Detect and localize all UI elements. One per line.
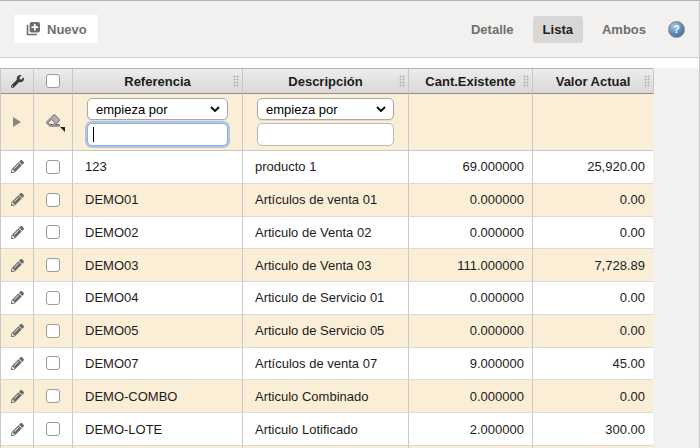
select-all-header [34, 69, 73, 94]
row-quantity: 0.000000 [409, 282, 533, 315]
row-quantity: 0.000000 [409, 217, 533, 250]
help-question-icon[interactable]: ? [668, 21, 685, 38]
pencil-icon[interactable] [11, 390, 24, 403]
referencia-filter-cell: empieza por [73, 94, 243, 151]
row-description: Artículos de venta 07 [243, 348, 409, 381]
row-quantity: 0.000000 [409, 184, 533, 217]
pencil-icon[interactable] [11, 193, 24, 206]
descripcion-filter-input[interactable] [257, 123, 394, 146]
pencil-icon[interactable] [11, 423, 24, 436]
table-row[interactable]: DEMO02 Articulo de Venta 02 0.000000 0.0… [1, 217, 653, 250]
column-header-descripcion[interactable]: Descripción [243, 69, 409, 94]
view-tab-lista[interactable]: Lista [533, 16, 583, 43]
row-reference: DEMO05 [73, 315, 243, 348]
row-checkbox-cell [34, 413, 73, 446]
row-checkbox-cell [34, 380, 73, 413]
view-tab-ambos[interactable]: Ambos [602, 22, 646, 37]
row-checkbox[interactable] [46, 193, 60, 207]
edit-row-cell [1, 348, 34, 381]
referencia-filter-input[interactable] [87, 123, 228, 146]
row-checkbox[interactable] [46, 225, 60, 239]
pencil-icon[interactable] [11, 160, 24, 173]
row-description: Articulo de Venta 02 [243, 217, 409, 250]
pencil-icon[interactable] [11, 259, 24, 272]
row-quantity: 2.000000 [409, 413, 533, 446]
row-description: Articulo Lotificado [243, 413, 409, 446]
row-checkbox[interactable] [46, 389, 60, 403]
row-checkbox[interactable] [46, 258, 60, 272]
eraser-icon[interactable] [45, 114, 61, 130]
chevron-down-icon [376, 106, 386, 112]
edit-row-cell [1, 249, 34, 282]
grip-dots-icon[interactable] [523, 75, 529, 87]
grip-dots-icon[interactable] [233, 75, 239, 87]
chevron-down-icon [210, 106, 220, 112]
row-value: 0.00 [533, 184, 654, 217]
eraser-menu-arrow-icon [60, 127, 65, 132]
row-description: Articulo de Servicio 05 [243, 315, 409, 348]
pencil-icon[interactable] [11, 324, 24, 337]
play-triangle-icon[interactable] [13, 117, 21, 127]
edit-row-cell [1, 151, 34, 184]
row-checkbox-cell [34, 217, 73, 250]
pencil-icon[interactable] [11, 226, 24, 239]
table-row[interactable]: DEMO-COMBO Articulo Combinado 0.000000 0… [1, 380, 653, 413]
cant-filter-cell [409, 94, 533, 151]
descripcion-filter-cell: empieza por [243, 94, 409, 151]
edit-row-cell [1, 413, 34, 446]
grip-dots-icon[interactable] [399, 75, 405, 87]
pencil-icon[interactable] [11, 357, 24, 370]
referencia-operator-select[interactable]: empieza por [87, 98, 228, 120]
edit-row-cell [1, 380, 34, 413]
row-value: 25,920.00 [533, 151, 654, 184]
wrench-icon [11, 75, 24, 88]
row-checkbox[interactable] [46, 422, 60, 436]
column-header-valor-actual[interactable]: Valor Actual [533, 69, 654, 94]
row-value: 0.00 [533, 282, 654, 315]
pencil-icon[interactable] [11, 291, 24, 304]
select-all-checkbox[interactable] [46, 74, 60, 88]
row-reference: DEMO-LOTE [73, 413, 243, 446]
apply-filter-cell [1, 94, 34, 151]
row-checkbox-cell [34, 348, 73, 381]
page-background [653, 68, 699, 448]
row-quantity: 9.000000 [409, 348, 533, 381]
edit-row-cell [1, 184, 34, 217]
row-quantity: 0.000000 [409, 380, 533, 413]
row-quantity: 0.000000 [409, 315, 533, 348]
row-description: Articulo Combinado [243, 380, 409, 413]
row-checkbox-cell [34, 151, 73, 184]
add-document-icon [25, 21, 41, 37]
table-row[interactable]: DEMO04 Articulo de Servicio 01 0.000000 … [1, 282, 653, 315]
row-quantity: 111.000000 [409, 249, 533, 282]
table-row[interactable]: DEMO05 Articulo de Servicio 05 0.000000 … [1, 315, 653, 348]
table-row[interactable]: 123 producto 1 69.000000 25,920.00 [1, 151, 653, 184]
row-checkbox-cell [34, 282, 73, 315]
new-button-label: Nuevo [47, 22, 87, 37]
filter-row: empieza por empieza por [1, 94, 653, 151]
table-row[interactable]: DEMO-LOTE Articulo Lotificado 2.000000 3… [1, 413, 653, 446]
grip-dots-icon[interactable] [644, 75, 650, 87]
toolbar: Nuevo Detalle Lista Ambos ? [0, 1, 699, 58]
new-button[interactable]: Nuevo [14, 15, 98, 43]
column-header-referencia[interactable]: Referencia [73, 69, 243, 94]
view-tab-detalle[interactable]: Detalle [471, 22, 514, 37]
table-row[interactable]: DEMO03 Articulo de Venta 03 111.000000 7… [1, 249, 653, 282]
table-row[interactable]: DEMO07 Artículos de venta 07 9.000000 45… [1, 348, 653, 381]
row-description: Artículos de venta 01 [243, 184, 409, 217]
view-switcher: Detalle Lista Ambos ? [471, 16, 685, 43]
row-description: producto 1 [243, 151, 409, 184]
row-checkbox[interactable] [46, 160, 60, 174]
row-checkbox[interactable] [46, 324, 60, 338]
inventory-table: Referencia Descripción Cant.Existente Va… [0, 68, 653, 448]
descripcion-operator-select[interactable]: empieza por [257, 98, 394, 120]
row-checkbox-cell [34, 249, 73, 282]
row-checkbox[interactable] [46, 291, 60, 305]
column-settings-header[interactable] [1, 69, 34, 94]
row-checkbox[interactable] [46, 356, 60, 370]
row-description: Articulo de Venta 03 [243, 249, 409, 282]
row-value: 300.00 [533, 413, 654, 446]
row-reference: DEMO02 [73, 217, 243, 250]
table-row[interactable]: DEMO01 Artículos de venta 01 0.000000 0.… [1, 184, 653, 217]
column-header-cant-existente[interactable]: Cant.Existente [409, 69, 533, 94]
